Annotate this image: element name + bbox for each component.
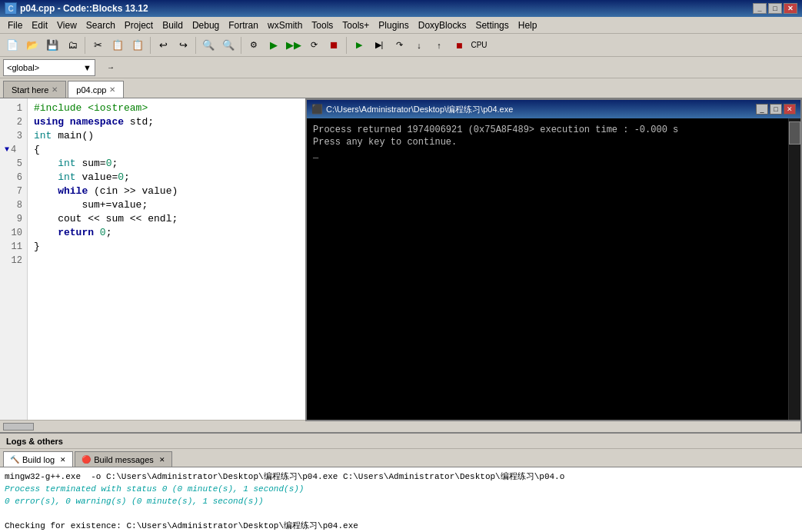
copy-button[interactable]: 📋 <box>108 36 127 55</box>
menu-settings[interactable]: Settings <box>471 18 513 32</box>
tab-start-here-label: Start here <box>12 85 48 95</box>
cut-button[interactable]: ✂ <box>88 36 107 55</box>
menu-file[interactable]: File <box>3 18 27 32</box>
console-icon: ⬛ <box>311 104 323 115</box>
toolbar-main: 📄 📂 💾 🗂 ✂ 📋 📋 ↩ ↪ 🔍 🔍 ⚙ ▶ ▶▶ ⟳ ⏹ ▶ ▶| ↷ … <box>0 34 802 57</box>
menu-view[interactable]: View <box>52 18 82 32</box>
line-numbers: 123 ▼4 56789101112 <box>0 98 28 420</box>
run-button[interactable]: ▶ <box>265 36 283 55</box>
log-line-4 <box>5 507 797 520</box>
continue-button[interactable]: ▶| <box>370 36 388 55</box>
redo-button[interactable]: ↪ <box>174 36 192 55</box>
toolbar-scope: <global> ▼ → <box>0 57 802 78</box>
tab-p04-cpp-close[interactable]: ✕ <box>109 85 115 94</box>
bottom-panel: Logs & others 🔨 Build log ✕ 🔴 Build mess… <box>0 432 802 532</box>
logs-others-label: Logs & others <box>0 434 802 449</box>
menu-search[interactable]: Search <box>82 18 120 32</box>
new-file-button[interactable]: 📄 <box>3 36 22 55</box>
next-line-button[interactable]: ↷ <box>390 36 408 55</box>
console-cursor: _ <box>313 149 794 160</box>
build-messages-close[interactable]: ✕ <box>159 456 165 464</box>
menu-build[interactable]: Build <box>158 18 188 32</box>
menu-doxyblocks[interactable]: DoxyBlocks <box>414 18 471 32</box>
cpu-registers-button[interactable]: CPU <box>470 36 488 55</box>
step-into-button[interactable]: ↓ <box>410 36 428 55</box>
menu-project[interactable]: Project <box>120 18 158 32</box>
toolbar-separator-5 <box>346 37 347 54</box>
save-all-button[interactable]: 🗂 <box>63 36 82 55</box>
console-minimize-button[interactable]: _ <box>756 104 768 115</box>
toolbar-separator-1 <box>85 37 85 54</box>
log-line-5: Checking for existence: C:\Users\Adminis… <box>5 520 797 532</box>
scrollbar-thumb[interactable] <box>3 423 34 431</box>
menu-tools-plus[interactable]: Tools+ <box>338 18 374 32</box>
bottom-content: mingw32-g++.exe -o C:\Users\Administrato… <box>0 467 802 532</box>
build-messages-label: Build messages <box>94 455 154 464</box>
console-body: Process returned 1974006921 (0x75A8F489>… <box>307 118 800 420</box>
tab-p04-cpp[interactable]: p04.cpp ✕ <box>68 81 124 98</box>
console-title: C:\Users\Administrator\Desktop\编程练习\p04.… <box>326 104 756 115</box>
menu-plugins[interactable]: Plugins <box>374 18 413 32</box>
rebuild-button[interactable]: ⟳ <box>304 36 323 55</box>
bottom-tabs: 🔨 Build log ✕ 🔴 Build messages ✕ <box>0 449 802 467</box>
toolbar-separator-3 <box>195 37 196 54</box>
tab-start-here[interactable]: Start here ✕ <box>3 81 66 98</box>
console-window: ⬛ C:\Users\Administrator\Desktop\编程练习\p0… <box>305 98 802 421</box>
window-title: p04.cpp - Code::Blocks 13.12 <box>20 3 753 14</box>
console-window-controls: _ □ ✕ <box>756 104 796 115</box>
build-messages-icon: 🔴 <box>82 455 91 464</box>
console-line-2: Press any key to continue. <box>313 137 794 148</box>
save-button[interactable]: 💾 <box>43 36 62 55</box>
toolbar-separator-2 <box>150 37 151 54</box>
build-log-close[interactable]: ✕ <box>60 456 66 464</box>
console-close-button[interactable]: ✕ <box>784 104 796 115</box>
menu-fortran[interactable]: Fortran <box>224 18 263 32</box>
maximize-button[interactable]: □ <box>768 3 782 14</box>
scope-dropdown[interactable]: <global> ▼ <box>3 59 95 76</box>
console-scrollbar[interactable] <box>788 118 800 420</box>
close-button[interactable]: ✕ <box>784 3 797 14</box>
build-log-label: Build log <box>22 455 55 464</box>
build-log-icon: 🔨 <box>10 455 19 464</box>
menu-debug[interactable]: Debug <box>188 18 224 32</box>
tab-p04-cpp-label: p04.cpp <box>76 85 106 95</box>
main-area: 123 ▼4 56789101112 #include <iostream> u… <box>0 98 802 432</box>
log-line-1: mingw32-g++.exe -o C:\Users\Administrato… <box>5 470 797 483</box>
stop-button[interactable]: ⏹ <box>324 36 343 55</box>
tab-build-messages[interactable]: 🔴 Build messages ✕ <box>75 451 172 467</box>
toolbar-separator-4 <box>241 37 241 54</box>
menu-help[interactable]: Help <box>514 18 542 32</box>
log-line-2: Process terminated with status 0 (0 minu… <box>5 483 797 495</box>
console-scrollbar-thumb[interactable] <box>789 121 800 145</box>
find-replace-button[interactable]: 🔍 <box>219 36 238 55</box>
tabs-row: Start here ✕ p04.cpp ✕ <box>0 78 802 98</box>
build-run-button[interactable]: ▶▶ <box>285 36 303 55</box>
paste-button[interactable]: 📋 <box>128 36 147 55</box>
app-icon: C <box>5 2 17 15</box>
scope-value: <global> <box>7 63 39 72</box>
title-bar: C p04.cpp - Code::Blocks 13.12 _ □ ✕ <box>0 0 802 17</box>
log-line-3: 0 error(s), 0 warning(s) (0 minute(s), 1… <box>5 495 797 507</box>
stop-debug-button[interactable]: ⏹ <box>450 36 468 55</box>
debug-button[interactable]: ▶ <box>350 36 368 55</box>
undo-button[interactable]: ↩ <box>154 36 172 55</box>
console-line-1: Process returned 1974006921 (0x75A8F489>… <box>313 125 794 135</box>
console-titlebar: ⬛ C:\Users\Administrator\Desktop\编程练习\p0… <box>307 100 800 118</box>
menu-bar: File Edit View Search Project Build Debu… <box>0 17 802 34</box>
console-maximize-button[interactable]: □ <box>770 104 782 115</box>
scope-arrow-icon: ▼ <box>83 63 92 72</box>
menu-edit[interactable]: Edit <box>27 18 52 32</box>
find-button[interactable]: 🔍 <box>199 36 218 55</box>
minimize-button[interactable]: _ <box>753 3 767 14</box>
tab-start-here-close[interactable]: ✕ <box>52 85 58 94</box>
menu-wxsmith[interactable]: wxSmith <box>263 18 307 32</box>
tab-build-log[interactable]: 🔨 Build log ✕ <box>3 451 73 467</box>
menu-tools[interactable]: Tools <box>307 18 338 32</box>
build-button[interactable]: ⚙ <box>245 36 263 55</box>
jump-button[interactable]: → <box>97 58 125 77</box>
step-out-button[interactable]: ↑ <box>430 36 448 55</box>
open-file-button[interactable]: 📂 <box>23 36 42 55</box>
horizontal-scrollbar[interactable] <box>0 420 800 432</box>
window-controls: _ □ ✕ <box>753 3 797 14</box>
